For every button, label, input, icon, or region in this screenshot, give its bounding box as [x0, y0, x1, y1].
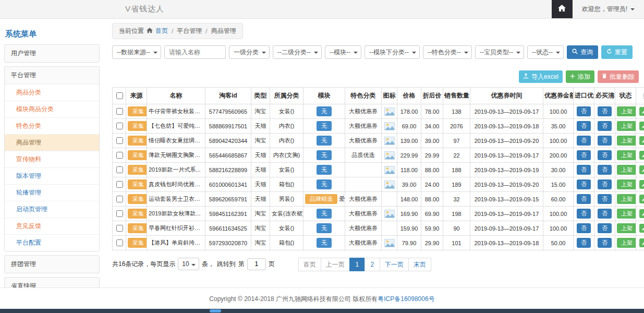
row-checkbox[interactable] — [116, 123, 123, 129]
page-button-1[interactable]: 1 — [349, 258, 365, 271]
import-select-toggle[interactable]: 否 — [577, 121, 591, 131]
cell-must-buy: 否 — [594, 119, 615, 134]
status-toggle[interactable]: 上架 — [617, 223, 636, 233]
edit-button[interactable] — [639, 224, 644, 233]
import-select-toggle[interactable]: 否 — [577, 150, 591, 160]
cell-feature — [345, 163, 382, 177]
row-checkbox[interactable] — [116, 181, 123, 188]
page-button-2[interactable]: 2 — [364, 258, 380, 271]
sidebar-subitem-轮播管理[interactable]: 轮播管理 — [5, 185, 99, 201]
item-type-select[interactable]: --宝贝类型-- — [475, 45, 524, 59]
module-subcategory-select[interactable]: --模块下分类-- — [364, 45, 420, 59]
status-toggle[interactable]: 上架 — [617, 150, 636, 160]
module-badge: 无 — [317, 121, 332, 131]
edit-button[interactable] — [639, 180, 644, 189]
sidebar-item-label[interactable]: 拼团管理 — [5, 256, 99, 273]
scrollbar-thumb[interactable] — [210, 309, 221, 312]
sidebar-item-label[interactable]: 平台管理 — [5, 67, 99, 84]
row-checkbox[interactable] — [116, 210, 123, 217]
status-toggle[interactable]: 上架 — [617, 165, 636, 175]
feature-category-select[interactable]: --特色分类-- — [423, 45, 472, 59]
must-buy-toggle[interactable]: 否 — [598, 238, 612, 248]
col-header-checkbox — [113, 88, 126, 104]
must-buy-toggle[interactable]: 否 — [598, 150, 612, 160]
edit-button[interactable] — [639, 238, 644, 247]
status-select[interactable]: --状态-- — [527, 45, 564, 59]
import-select-toggle[interactable]: 否 — [577, 194, 591, 204]
reset-button[interactable]: 重置 — [601, 45, 633, 59]
row-checkbox[interactable] — [116, 196, 123, 202]
sidebar-item-label[interactable]: 用户管理 — [5, 45, 99, 62]
breadcrumb-home-link[interactable]: 首页 — [155, 27, 168, 35]
status-toggle[interactable]: 上架 — [617, 194, 636, 204]
sidebar-subitem-宣传物料[interactable]: 宣传物料 — [5, 151, 99, 168]
add-button[interactable]: 添加 — [566, 70, 594, 83]
import-excel-button[interactable]: 导入excel — [519, 70, 563, 83]
level2-category-select[interactable]: --二级分类-- — [273, 45, 322, 59]
edit-button[interactable] — [639, 151, 644, 160]
status-toggle[interactable]: 上架 — [617, 238, 636, 248]
status-toggle[interactable]: 上架 — [617, 106, 636, 116]
must-buy-toggle[interactable]: 否 — [598, 194, 612, 204]
status-toggle[interactable]: 上架 — [617, 121, 636, 131]
status-toggle[interactable]: 上架 — [617, 136, 636, 146]
must-buy-toggle[interactable]: 否 — [598, 223, 612, 233]
row-checkbox[interactable] — [116, 225, 123, 232]
home-button[interactable] — [552, 0, 573, 18]
name-input[interactable] — [164, 45, 226, 59]
status-toggle[interactable]: 上架 — [617, 179, 636, 189]
sidebar-subitem-启动页管理[interactable]: 启动页管理 — [5, 201, 99, 218]
sidebar-subitem-商品管理[interactable]: 商品管理 — [5, 135, 99, 151]
must-buy-toggle[interactable]: 否 — [598, 165, 612, 175]
sidebar-subitem-版本管理[interactable]: 版本管理 — [5, 168, 99, 185]
edit-button[interactable] — [639, 165, 644, 174]
edit-button[interactable] — [639, 195, 644, 203]
batch-delete-button[interactable]: 批量删除 — [598, 70, 639, 83]
row-checkbox[interactable] — [116, 108, 123, 115]
import-select-toggle[interactable]: 否 — [577, 165, 591, 175]
edit-button[interactable] — [639, 122, 644, 130]
import-select-toggle[interactable]: 否 — [577, 106, 591, 116]
page-jump-input[interactable] — [247, 258, 266, 270]
import-select-toggle[interactable]: 否 — [577, 209, 591, 219]
page-button-首页[interactable]: 首页 — [298, 258, 321, 271]
module-select[interactable]: --模块-- — [325, 45, 361, 59]
sidebar-subitem-意见反馈[interactable]: 意见反馈 — [5, 218, 99, 235]
cell-icon — [382, 221, 397, 236]
must-buy-toggle[interactable]: 否 — [598, 209, 612, 219]
import-select-toggle[interactable]: 否 — [577, 179, 591, 189]
page-button-下一页[interactable]: 下一页 — [380, 258, 409, 271]
must-buy-toggle[interactable]: 否 — [598, 136, 612, 146]
sidebar-subitem-特色分类[interactable]: 特色分类 — [5, 118, 99, 135]
import-select-toggle[interactable]: 否 — [577, 136, 591, 146]
must-buy-toggle[interactable]: 否 — [598, 106, 612, 116]
status-toggle[interactable]: 上架 — [617, 209, 636, 219]
import-select-toggle[interactable]: 否 — [577, 238, 591, 248]
sidebar-subitem-商品分类[interactable]: 商品分类 — [5, 85, 99, 101]
must-buy-toggle[interactable]: 否 — [598, 121, 612, 131]
import-select-toggle[interactable]: 否 — [577, 223, 591, 233]
level1-category-select[interactable]: 一级分类 — [229, 45, 270, 59]
row-checkbox[interactable] — [116, 152, 123, 159]
edit-button[interactable] — [639, 136, 644, 145]
must-buy-toggle[interactable]: 否 — [598, 179, 612, 189]
select-all-checkbox[interactable] — [116, 92, 123, 99]
page-button-末页[interactable]: 末页 — [408, 258, 431, 271]
sidebar-subitem-模块商品分类[interactable]: 模块商品分类 — [5, 101, 99, 118]
cell-taoke-id: 588216228899 — [205, 163, 251, 177]
row-checkbox[interactable] — [116, 137, 123, 144]
page-button-上一页[interactable]: 上一页 — [321, 258, 350, 271]
sidebar-subitem-平台配置[interactable]: 平台配置 — [5, 235, 99, 251]
select-value: 一级分类 — [234, 48, 259, 57]
icp-link[interactable]: 粤ICP备16098006号 — [378, 295, 434, 303]
user-menu[interactable]: 欢迎您，管理员! — [573, 0, 644, 18]
cell-source: 采集 — [126, 134, 147, 148]
search-button[interactable]: 查询 — [567, 45, 598, 59]
edit-button[interactable] — [639, 107, 644, 116]
data-source-select[interactable]: --数据来源-- — [112, 45, 161, 59]
edit-button[interactable] — [639, 209, 644, 218]
per-page-select[interactable]: 10 — [178, 258, 199, 270]
table-row: 采集情侣睡衣女夏丝绸男士...589042420344淘宝内衣()无大额优惠券1… — [113, 134, 644, 148]
row-checkbox[interactable] — [116, 239, 123, 246]
row-checkbox[interactable] — [116, 166, 123, 173]
